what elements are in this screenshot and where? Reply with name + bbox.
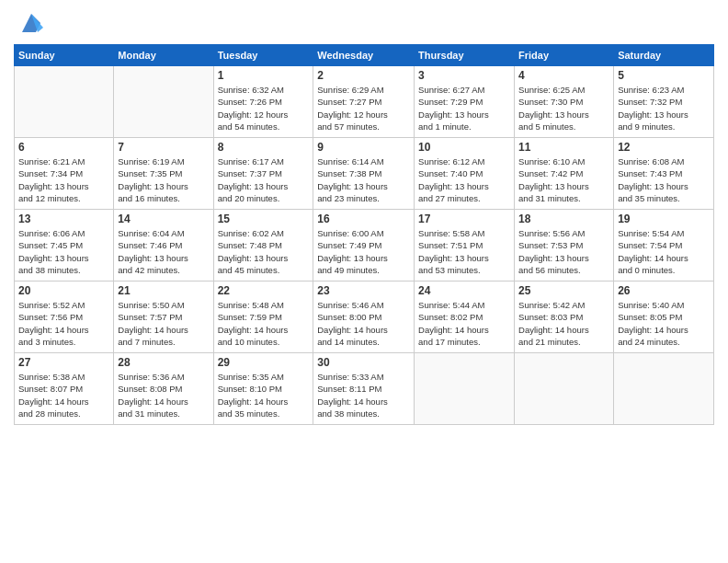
logo bbox=[14, 9, 45, 37]
day-number: 7 bbox=[118, 141, 209, 154]
day-info: Sunrise: 6:23 AM Sunset: 7:32 PM Dayligh… bbox=[618, 84, 710, 132]
calendar-cell bbox=[15, 66, 114, 138]
calendar-cell: 15Sunrise: 6:02 AM Sunset: 7:48 PM Dayli… bbox=[213, 210, 313, 282]
calendar-cell: 6Sunrise: 6:21 AM Sunset: 7:34 PM Daylig… bbox=[15, 138, 114, 210]
calendar-cell: 21Sunrise: 5:50 AM Sunset: 7:57 PM Dayli… bbox=[114, 282, 213, 353]
day-number: 29 bbox=[218, 356, 310, 369]
day-info: Sunrise: 6:25 AM Sunset: 7:30 PM Dayligh… bbox=[518, 84, 609, 132]
day-number: 8 bbox=[218, 141, 310, 154]
day-number: 12 bbox=[618, 141, 710, 154]
calendar-cell: 4Sunrise: 6:25 AM Sunset: 7:30 PM Daylig… bbox=[515, 66, 614, 138]
day-number: 28 bbox=[118, 356, 209, 369]
day-info: Sunrise: 5:40 AM Sunset: 8:05 PM Dayligh… bbox=[618, 299, 710, 348]
day-info: Sunrise: 5:46 AM Sunset: 8:00 PM Dayligh… bbox=[317, 299, 410, 348]
calendar-cell: 5Sunrise: 6:23 AM Sunset: 7:32 PM Daylig… bbox=[614, 66, 714, 138]
day-number: 16 bbox=[317, 213, 410, 225]
day-info: Sunrise: 5:52 AM Sunset: 7:56 PM Dayligh… bbox=[18, 299, 109, 348]
day-number: 13 bbox=[18, 213, 109, 225]
calendar-cell bbox=[415, 353, 515, 425]
day-number: 26 bbox=[618, 284, 710, 297]
calendar-cell bbox=[114, 66, 213, 138]
day-info: Sunrise: 6:12 AM Sunset: 7:40 PM Dayligh… bbox=[418, 155, 510, 204]
calendar-cell: 1Sunrise: 6:32 AM Sunset: 7:26 PM Daylig… bbox=[213, 66, 313, 138]
day-info: Sunrise: 5:48 AM Sunset: 7:59 PM Dayligh… bbox=[218, 299, 310, 348]
day-info: Sunrise: 6:02 AM Sunset: 7:48 PM Dayligh… bbox=[218, 227, 310, 276]
calendar-cell: 30Sunrise: 5:33 AM Sunset: 8:11 PM Dayli… bbox=[313, 353, 415, 425]
calendar-cell: 7Sunrise: 6:19 AM Sunset: 7:35 PM Daylig… bbox=[114, 138, 213, 210]
day-number: 22 bbox=[218, 284, 310, 297]
calendar-cell bbox=[614, 353, 714, 425]
weekday-header-thursday: Thursday bbox=[415, 45, 515, 66]
day-number: 24 bbox=[418, 284, 510, 297]
calendar-cell: 8Sunrise: 6:17 AM Sunset: 7:37 PM Daylig… bbox=[213, 138, 313, 210]
weekday-header-sunday: Sunday bbox=[15, 45, 114, 66]
day-info: Sunrise: 5:56 AM Sunset: 7:53 PM Dayligh… bbox=[518, 227, 609, 276]
day-number: 21 bbox=[118, 284, 209, 297]
day-number: 6 bbox=[18, 141, 109, 154]
day-info: Sunrise: 6:06 AM Sunset: 7:45 PM Dayligh… bbox=[18, 227, 109, 276]
day-number: 10 bbox=[418, 141, 510, 154]
weekday-header-wednesday: Wednesday bbox=[313, 45, 415, 66]
day-info: Sunrise: 5:44 AM Sunset: 8:02 PM Dayligh… bbox=[418, 299, 510, 348]
day-info: Sunrise: 6:10 AM Sunset: 7:42 PM Dayligh… bbox=[518, 155, 609, 204]
day-info: Sunrise: 6:21 AM Sunset: 7:34 PM Dayligh… bbox=[18, 155, 109, 204]
day-info: Sunrise: 5:35 AM Sunset: 8:10 PM Dayligh… bbox=[218, 371, 310, 419]
day-info: Sunrise: 6:00 AM Sunset: 7:49 PM Dayligh… bbox=[317, 227, 410, 276]
day-info: Sunrise: 6:27 AM Sunset: 7:29 PM Dayligh… bbox=[418, 84, 510, 132]
calendar-table: SundayMondayTuesdayWednesdayThursdayFrid… bbox=[14, 44, 714, 425]
day-info: Sunrise: 5:54 AM Sunset: 7:54 PM Dayligh… bbox=[618, 227, 710, 276]
calendar-cell: 23Sunrise: 5:46 AM Sunset: 8:00 PM Dayli… bbox=[313, 282, 415, 353]
day-number: 23 bbox=[317, 284, 410, 297]
weekday-header-monday: Monday bbox=[114, 45, 213, 66]
day-info: Sunrise: 6:14 AM Sunset: 7:38 PM Dayligh… bbox=[317, 155, 410, 204]
calendar-cell: 12Sunrise: 6:08 AM Sunset: 7:43 PM Dayli… bbox=[614, 138, 714, 210]
calendar-cell: 3Sunrise: 6:27 AM Sunset: 7:29 PM Daylig… bbox=[415, 66, 515, 138]
day-info: Sunrise: 6:17 AM Sunset: 7:37 PM Dayligh… bbox=[218, 155, 310, 204]
day-number: 2 bbox=[317, 69, 410, 82]
day-info: Sunrise: 6:29 AM Sunset: 7:27 PM Dayligh… bbox=[317, 84, 410, 132]
day-number: 30 bbox=[317, 356, 410, 369]
day-number: 14 bbox=[118, 213, 209, 225]
day-number: 1 bbox=[218, 69, 310, 82]
calendar-cell: 14Sunrise: 6:04 AM Sunset: 7:46 PM Dayli… bbox=[114, 210, 213, 282]
calendar-cell: 2Sunrise: 6:29 AM Sunset: 7:27 PM Daylig… bbox=[313, 66, 415, 138]
calendar-cell: 27Sunrise: 5:38 AM Sunset: 8:07 PM Dayli… bbox=[15, 353, 114, 425]
day-info: Sunrise: 6:04 AM Sunset: 7:46 PM Dayligh… bbox=[118, 227, 209, 276]
day-number: 9 bbox=[317, 141, 410, 154]
weekday-header-saturday: Saturday bbox=[614, 45, 714, 66]
logo-icon bbox=[17, 9, 45, 37]
day-number: 27 bbox=[18, 356, 109, 369]
day-info: Sunrise: 5:36 AM Sunset: 8:08 PM Dayligh… bbox=[118, 371, 209, 419]
day-number: 4 bbox=[518, 69, 609, 82]
weekday-header-tuesday: Tuesday bbox=[213, 45, 313, 66]
calendar-cell: 20Sunrise: 5:52 AM Sunset: 7:56 PM Dayli… bbox=[15, 282, 114, 353]
calendar-cell: 17Sunrise: 5:58 AM Sunset: 7:51 PM Dayli… bbox=[415, 210, 515, 282]
day-info: Sunrise: 6:32 AM Sunset: 7:26 PM Dayligh… bbox=[218, 84, 310, 132]
day-number: 11 bbox=[518, 141, 609, 154]
calendar-cell: 16Sunrise: 6:00 AM Sunset: 7:49 PM Dayli… bbox=[313, 210, 415, 282]
day-number: 3 bbox=[418, 69, 510, 82]
day-number: 15 bbox=[218, 213, 310, 225]
day-info: Sunrise: 6:08 AM Sunset: 7:43 PM Dayligh… bbox=[618, 155, 710, 204]
calendar-cell: 26Sunrise: 5:40 AM Sunset: 8:05 PM Dayli… bbox=[614, 282, 714, 353]
calendar-cell: 10Sunrise: 6:12 AM Sunset: 7:40 PM Dayli… bbox=[415, 138, 515, 210]
weekday-header-friday: Friday bbox=[515, 45, 614, 66]
day-number: 19 bbox=[618, 213, 710, 225]
day-info: Sunrise: 5:38 AM Sunset: 8:07 PM Dayligh… bbox=[18, 371, 109, 419]
day-number: 18 bbox=[518, 213, 609, 225]
day-number: 20 bbox=[18, 284, 109, 297]
calendar-cell: 28Sunrise: 5:36 AM Sunset: 8:08 PM Dayli… bbox=[114, 353, 213, 425]
day-info: Sunrise: 5:42 AM Sunset: 8:03 PM Dayligh… bbox=[518, 299, 609, 348]
calendar-cell: 24Sunrise: 5:44 AM Sunset: 8:02 PM Dayli… bbox=[415, 282, 515, 353]
calendar-cell: 25Sunrise: 5:42 AM Sunset: 8:03 PM Dayli… bbox=[515, 282, 614, 353]
calendar-cell: 22Sunrise: 5:48 AM Sunset: 7:59 PM Dayli… bbox=[213, 282, 313, 353]
day-info: Sunrise: 5:33 AM Sunset: 8:11 PM Dayligh… bbox=[317, 371, 410, 419]
calendar-cell: 19Sunrise: 5:54 AM Sunset: 7:54 PM Dayli… bbox=[614, 210, 714, 282]
calendar-cell: 29Sunrise: 5:35 AM Sunset: 8:10 PM Dayli… bbox=[213, 353, 313, 425]
day-info: Sunrise: 6:19 AM Sunset: 7:35 PM Dayligh… bbox=[118, 155, 209, 204]
day-number: 17 bbox=[418, 213, 510, 225]
day-number: 25 bbox=[518, 284, 609, 297]
day-info: Sunrise: 5:58 AM Sunset: 7:51 PM Dayligh… bbox=[418, 227, 510, 276]
calendar-cell: 13Sunrise: 6:06 AM Sunset: 7:45 PM Dayli… bbox=[15, 210, 114, 282]
calendar-cell: 9Sunrise: 6:14 AM Sunset: 7:38 PM Daylig… bbox=[313, 138, 415, 210]
